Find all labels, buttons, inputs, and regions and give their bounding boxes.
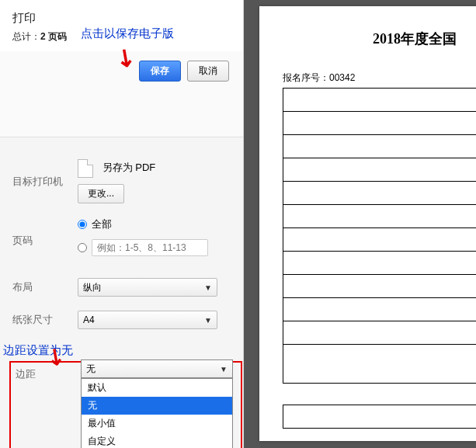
table-row: *毕业证编号 [283,252,477,275]
table-row: *民 族 [283,158,477,182]
destination-row: 目标打印机 另存为 PDF 更改... [12,159,231,203]
table-row: *从业资格证书编号 [283,275,477,298]
cancel-button[interactable]: 取消 [187,61,229,82]
annotation-save-hint: 点击以保存电子版 [81,26,174,41]
margins-option-custom[interactable]: 自定义 [82,432,232,448]
paper-row: 纸张尺寸 A4▼ [12,311,231,329]
table-row: *性 别 [283,135,477,158]
margins-dropdown-list: 默认 无 最小值 自定义 [81,378,233,448]
table-row: *网络报名注册号 [283,112,477,135]
chevron-down-icon: ▼ [204,316,212,325]
print-preview-area: 2018年度全国 报名序号：00342 *考区名称 *网络报名注册号 *性 别 … [244,0,476,448]
table-row: *学历性质 [283,205,477,228]
save-button[interactable]: 保存 [139,61,181,82]
margins-label: 边距 [16,367,81,381]
margin-highlight-box: 边距 无▼ 默认 无 最小值 自定义 选项 [9,361,242,448]
pdf-icon [78,159,93,178]
paper-select[interactable]: A4▼ [78,311,217,329]
table-row: *考区名称 [283,89,477,112]
margins-option-default[interactable]: 默认 [82,379,232,397]
pages-row: 页码 全部 [12,217,231,264]
preview-title: 2018年度全国 [259,30,476,48]
margins-select[interactable]: 无▼ [81,359,233,378]
pages-range-radio[interactable] [78,243,87,252]
table-row: *通讯地址 [283,405,477,429]
pages-label: 页码 [12,234,78,248]
destination-label: 目标打印机 [12,175,78,189]
chevron-down-icon: ▼ [204,283,212,292]
margins-option-min[interactable]: 最小值 [82,415,232,432]
layout-select[interactable]: 纵向▼ [78,278,217,297]
preview-page: 2018年度全国 报名序号：00342 *考区名称 *网络报名注册号 *性 别 … [259,6,476,441]
pages-all-radio[interactable] [78,220,87,229]
table-row: 工作单位 [283,345,477,384]
print-title: 打印 [12,11,231,26]
table-row: *电话号码 [283,298,477,321]
pages-all-label: 全部 [92,217,112,231]
paper-label: 纸张尺寸 [12,313,78,327]
pages-range-input[interactable] [92,239,208,256]
annotation-margin-hint: 边距设置为无 [3,343,231,358]
layout-row: 布局 纵向▼ [12,278,231,297]
change-destination-button[interactable]: 更改... [78,184,124,203]
table-row [283,384,477,405]
table-row: *毕业院校 [283,228,477,252]
layout-label: 布局 [12,280,78,294]
preview-table: *考区名称 *网络报名注册号 *性 别 *民 族 *证件号码 *学历性质 *毕业… [283,88,476,429]
table-row: *邮 编 [283,321,477,345]
chevron-down-icon: ▼ [220,365,228,373]
table-row: *证件号码 [283,182,477,205]
destination-value: 另存为 PDF [102,161,156,173]
preview-sub: 报名序号：00342 [283,71,476,85]
margins-option-none[interactable]: 无 [82,397,232,415]
arrow-icon: ↘ [110,40,142,74]
